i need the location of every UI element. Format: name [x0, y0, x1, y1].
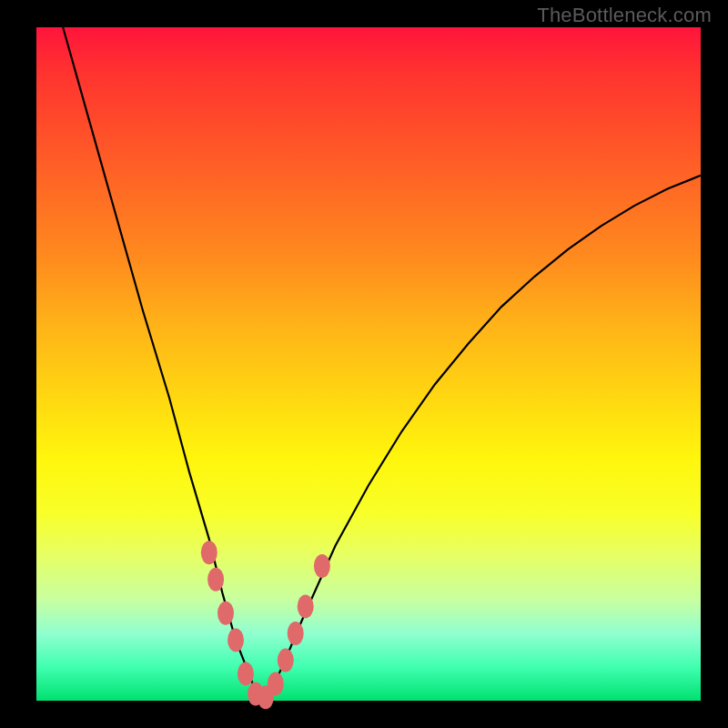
bottleneck-curve-path: [63, 27, 701, 701]
marker-dot: [207, 568, 224, 592]
marker-dot: [298, 594, 314, 618]
chart-svg-overlay: [0, 0, 728, 728]
bottleneck-curve: [63, 27, 701, 701]
marker-dot: [314, 554, 330, 578]
marker-dot: [278, 649, 294, 672]
marker-dot: [238, 662, 254, 685]
marker-group: [201, 541, 330, 709]
marker-dot: [217, 602, 234, 625]
marker-dot: [201, 541, 217, 564]
marker-dot: [288, 622, 304, 645]
chart-container: TheBottleneck.com: [0, 0, 728, 728]
marker-dot: [268, 672, 284, 696]
marker-dot: [228, 628, 244, 652]
